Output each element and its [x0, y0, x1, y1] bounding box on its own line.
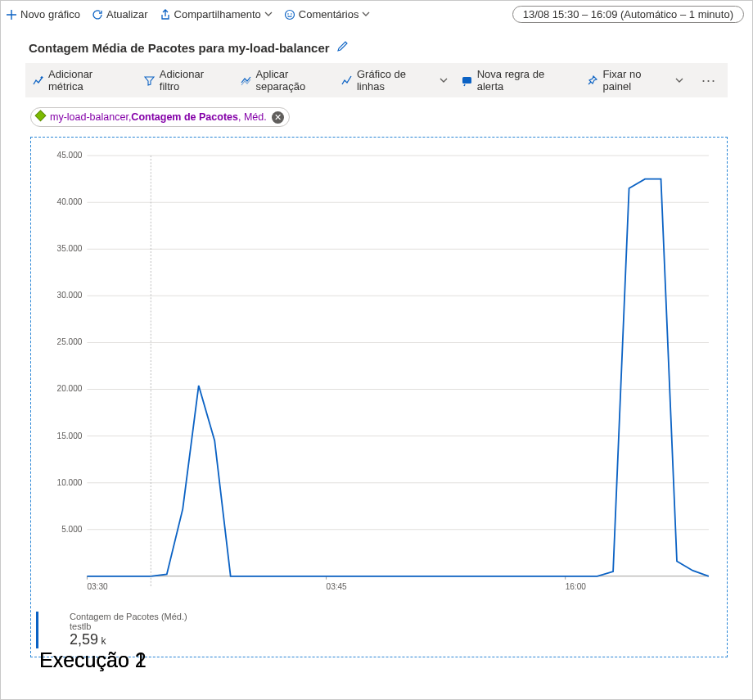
svg-text:5.000: 5.000: [61, 525, 83, 534]
apply-split-label: Aplicar separação: [256, 68, 340, 93]
chip-remove-button[interactable]: ✕: [272, 111, 284, 124]
svg-rect-3: [462, 77, 471, 84]
alert-icon: [461, 75, 473, 87]
legend: Contagem de Pacotes (Méd.) testlb 2,59 k: [36, 612, 200, 648]
ellipsis-icon: ···: [701, 72, 716, 89]
page-title: Contagem Média de Pacotes para my-load-b…: [29, 41, 330, 55]
line-chart[interactable]: 5.00010.00015.00020.00025.00030.00035.00…: [39, 147, 715, 605]
svg-point-2: [291, 13, 292, 15]
refresh-icon: [92, 9, 103, 20]
svg-text:16:00: 16:00: [566, 582, 587, 591]
svg-text:25.000: 25.000: [57, 337, 83, 346]
add-metric-button[interactable]: Adicionar métrica: [32, 68, 130, 93]
svg-text:45.000: 45.000: [57, 151, 83, 160]
svg-rect-4: [35, 111, 46, 121]
legend-resource: testlb: [70, 621, 200, 631]
svg-text:10.000: 10.000: [57, 478, 83, 487]
new-chart-button[interactable]: Novo gráfico: [6, 8, 80, 20]
pin-icon: [586, 75, 598, 87]
comments-button[interactable]: Comentários: [284, 8, 371, 20]
metric-chip[interactable]: my-load-balancer, Contagem de Pacotes , …: [30, 107, 290, 127]
annotation-run1: Execução 1: [39, 648, 147, 672]
new-alert-button[interactable]: Nova regra de alerta: [461, 68, 574, 93]
chevron-down-icon: [264, 8, 273, 20]
svg-point-1: [287, 13, 289, 15]
chevron-down-icon: [440, 75, 448, 87]
svg-text:20.000: 20.000: [57, 384, 83, 393]
add-filter-button[interactable]: Adicionar filtro: [143, 68, 227, 93]
new-alert-label: Nova regra de alerta: [477, 68, 574, 93]
add-metric-label: Adicionar métrica: [48, 68, 130, 93]
time-range-label: 13/08 15:30 – 16:09 (Automático – 1 minu…: [523, 8, 733, 20]
chip-agg: , Méd.: [238, 111, 267, 123]
share-label: Compartilhamento: [174, 8, 261, 20]
svg-text:03:45: 03:45: [327, 582, 348, 591]
svg-text:30.000: 30.000: [57, 291, 83, 300]
refresh-button[interactable]: Atualizar: [92, 8, 148, 20]
filter-icon: [143, 75, 156, 87]
line-chart-icon: [340, 75, 353, 87]
legend-metric: Contagem de Pacotes (Méd.): [70, 612, 200, 621]
close-icon: ✕: [274, 112, 282, 122]
chart-toolbar: Adicionar métrica Adicionar filtro Aplic…: [25, 63, 728, 97]
pencil-icon: [336, 41, 349, 55]
chip-metric: Contagem de Pacotes: [131, 111, 238, 123]
chevron-down-icon: [675, 75, 683, 87]
time-range-pill[interactable]: 13/08 15:30 – 16:09 (Automático – 1 minu…: [512, 6, 744, 23]
svg-point-0: [285, 10, 294, 19]
plus-icon: [6, 9, 17, 20]
comments-label: Comentários: [299, 8, 359, 20]
new-chart-label: Novo gráfico: [20, 8, 80, 20]
legend-value: 2,59 k: [70, 631, 200, 648]
chip-resource: my-load-balancer,: [50, 111, 131, 123]
metric-icon: [32, 75, 44, 87]
chart-type-label: Gráfico de linhas: [357, 68, 436, 93]
chevron-down-icon: [362, 8, 370, 20]
pin-button[interactable]: Fixar no painel: [586, 68, 683, 93]
more-button[interactable]: ···: [697, 72, 721, 89]
page-title-row: Contagem Média de Pacotes para my-load-b…: [1, 29, 752, 63]
chart-panel: 5.00010.00015.00020.00025.00030.00035.00…: [30, 137, 728, 657]
svg-text:03:30: 03:30: [87, 582, 108, 591]
edit-title-button[interactable]: [336, 40, 349, 55]
apply-split-button[interactable]: Aplicar separação: [240, 68, 340, 93]
share-button[interactable]: Compartilhamento: [160, 8, 273, 20]
svg-text:40.000: 40.000: [57, 197, 83, 206]
add-filter-label: Adicionar filtro: [160, 68, 227, 93]
smile-icon: [284, 9, 295, 20]
pin-label: Fixar no painel: [602, 68, 672, 93]
split-icon: [240, 75, 252, 87]
share-icon: [160, 9, 171, 20]
chip-row: my-load-balancer, Contagem de Pacotes , …: [1, 97, 752, 132]
svg-text:35.000: 35.000: [57, 244, 83, 253]
annotation-run2: Execução 2: [39, 648, 147, 672]
chart-type-button[interactable]: Gráfico de linhas: [340, 68, 448, 93]
svg-text:15.000: 15.000: [57, 431, 83, 440]
command-bar: Novo gráfico Atualizar Compartilhamento …: [1, 1, 752, 29]
refresh-label: Atualizar: [106, 8, 148, 20]
resource-icon: [34, 110, 47, 124]
